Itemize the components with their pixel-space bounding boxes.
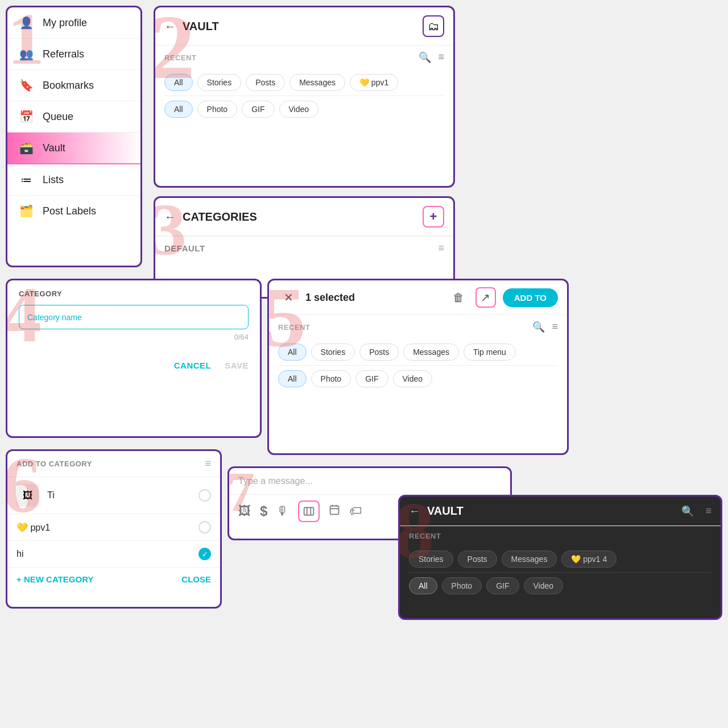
selected-sort-icon[interactable]: ≡ xyxy=(552,321,558,333)
sidebar-item-referrals[interactable]: 👥 Referrals xyxy=(7,39,140,70)
char-count: 0/64 xyxy=(19,333,249,341)
vault-dark-search-icon[interactable]: 🔍 xyxy=(681,505,694,518)
add-to-button[interactable]: ADD TO xyxy=(503,288,558,307)
vault-filter-bar: RECENT 🔍 ≡ xyxy=(155,46,453,69)
selected-search-icon[interactable]: 🔍 xyxy=(532,321,545,333)
category-input-panel: 4 CATEGORY 0/64 CANCEL SAVE xyxy=(6,279,262,438)
calendar-toolbar-icon[interactable] xyxy=(329,504,340,519)
vault-dark-filter-label: RECENT xyxy=(409,532,712,540)
category-list: 🖼 Ti 💛 ppv1 hi ✓ xyxy=(7,477,220,568)
sidebar-item-lists[interactable]: ≔ Lists xyxy=(7,164,140,196)
move-button[interactable]: ↗ xyxy=(475,287,496,308)
cat-radio-ppv1 xyxy=(198,521,211,533)
chip-stories[interactable]: Stories xyxy=(409,551,453,568)
category-item-ppv1[interactable]: 💛 ppv1 xyxy=(7,514,220,541)
vault-dark-title: VAULT xyxy=(427,504,675,518)
chip-all[interactable]: All xyxy=(278,344,307,361)
vault-filter-label: RECENT xyxy=(164,53,414,62)
new-category-label[interactable]: + NEW CATEGORY xyxy=(16,574,93,584)
sidebar-item-my-profile[interactable]: 👤 My profile xyxy=(7,7,140,39)
sidebar-item-bookmarks[interactable]: 🔖 Bookmarks xyxy=(7,70,140,101)
chip-messages[interactable]: Messages xyxy=(502,551,557,568)
chip-gif[interactable]: GIF xyxy=(355,370,388,387)
dollar-toolbar-icon[interactable]: $ xyxy=(260,503,267,519)
sidebar-item-queue[interactable]: 📅 Queue xyxy=(7,101,140,133)
chip-video[interactable]: Video xyxy=(393,370,433,387)
post-labels-icon: 🗂️ xyxy=(19,204,34,218)
chip-gif[interactable]: GIF xyxy=(242,101,274,118)
vault-folder-button[interactable]: 🗂 xyxy=(423,15,444,37)
sort-icon[interactable]: ≡ xyxy=(438,51,444,64)
selected-panel: 5 ✕ 1 selected 🗑 ↗ ADD TO RECENT 🔍 ≡ All… xyxy=(267,279,569,455)
tag-toolbar-icon[interactable]: 🏷 xyxy=(349,504,362,519)
cat-label-hi: hi xyxy=(16,549,191,559)
category-name-input[interactable] xyxy=(19,305,249,329)
sidebar-item-post-labels[interactable]: 🗂️ Post Labels xyxy=(7,196,140,226)
vault-dark-filter-bar: RECENT xyxy=(400,526,721,546)
vault-dark-back-button[interactable]: ← xyxy=(409,504,420,518)
vault-filter-icons: 🔍 ≡ xyxy=(419,51,444,64)
my-profile-label: My profile xyxy=(43,17,87,29)
category-action-row: CANCEL SAVE xyxy=(7,355,260,376)
delete-button[interactable]: 🗑 xyxy=(448,287,469,308)
sidebar-item-vault[interactable]: 🗃️ Vault xyxy=(7,133,140,164)
referrals-icon: 👥 xyxy=(19,47,34,61)
chip-photo[interactable]: Photo xyxy=(197,101,238,118)
selected-filter-label: RECENT xyxy=(278,323,528,332)
image-toolbar-icon[interactable]: 🖼 xyxy=(238,504,251,519)
queue-icon: 📅 xyxy=(19,109,34,124)
mic-toolbar-icon[interactable]: 🎙 xyxy=(276,504,289,519)
vault-icon: 🗃️ xyxy=(19,140,34,155)
chip-stories[interactable]: Stories xyxy=(311,344,355,361)
vault-type-chips: AllStoriesPostsMessages💛 ppv1 xyxy=(155,69,453,96)
add-category-title: ADD TO CATEGORY xyxy=(16,460,205,468)
cancel-button[interactable]: CANCEL xyxy=(174,361,212,370)
chip-tipmenu[interactable]: Tip menu xyxy=(464,344,516,361)
chip-photo[interactable]: Photo xyxy=(442,577,482,594)
vault-dark-sort-icon[interactable]: ≡ xyxy=(705,505,712,517)
selected-header: ✕ 1 selected 🗑 ↗ ADD TO xyxy=(269,280,567,315)
chip-posts[interactable]: Posts xyxy=(246,74,285,91)
deselect-button[interactable]: ✕ xyxy=(278,287,299,308)
vault-toolbar-icon[interactable] xyxy=(298,500,320,522)
chip-ppv1[interactable]: 💛 ppv1 xyxy=(350,74,398,91)
chip-photo[interactable]: Photo xyxy=(311,370,351,387)
sidebar-menu: 1 👤 My profile 👥 Referrals 🔖 Bookmarks 📅… xyxy=(6,6,142,267)
message-input-area[interactable]: Type a message... xyxy=(229,468,510,495)
vault-dark-header: ← VAULT 🔍 ≡ xyxy=(400,497,721,526)
message-placeholder: Type a message... xyxy=(238,476,313,486)
chip-all[interactable]: All xyxy=(164,101,193,118)
post-labels-label: Post Labels xyxy=(43,205,96,217)
chip-messages[interactable]: Messages xyxy=(289,74,345,91)
chip-posts[interactable]: Posts xyxy=(359,344,399,361)
vault-media-chips: AllPhotoGIFVideo xyxy=(155,96,453,122)
chip-video[interactable]: Video xyxy=(524,577,564,594)
vault-title: VAULT xyxy=(183,20,416,33)
chip-all[interactable]: All xyxy=(409,577,437,594)
chip-posts[interactable]: Posts xyxy=(458,551,497,568)
chip-gif[interactable]: GIF xyxy=(486,577,519,594)
vault-back-button[interactable]: ← xyxy=(164,20,176,33)
category-item-ti[interactable]: 🖼 Ti xyxy=(7,477,220,514)
chip-ppv1[interactable]: 💛 ppv1 4 xyxy=(561,551,617,568)
chip-all[interactable]: All xyxy=(278,370,307,387)
category-sort-icon: ≡ xyxy=(438,242,444,254)
chip-all[interactable]: All xyxy=(164,74,193,91)
chip-video[interactable]: Video xyxy=(279,101,319,118)
categories-back-button[interactable]: ← xyxy=(164,210,176,224)
chip-messages[interactable]: Messages xyxy=(403,344,459,361)
selected-type-chips: AllStoriesPostsMessagesTip menu xyxy=(269,339,567,365)
default-category-row[interactable]: DEFAULT ≡ xyxy=(155,236,453,260)
search-icon[interactable]: 🔍 xyxy=(419,51,431,64)
chip-stories[interactable]: Stories xyxy=(197,74,242,91)
cat-thumb-ti: 🖼 xyxy=(16,484,39,507)
save-button[interactable]: SAVE xyxy=(225,361,249,370)
category-section-label: CATEGORY xyxy=(19,289,249,298)
close-button[interactable]: CLOSE xyxy=(181,574,211,584)
vault-panel: 2 ← VAULT 🗂 RECENT 🔍 ≡ AllStoriesPostsMe… xyxy=(154,6,455,188)
new-category-row[interactable]: + NEW CATEGORY CLOSE xyxy=(7,568,220,591)
bookmarks-icon: 🔖 xyxy=(19,78,34,93)
categories-header: ← CATEGORIES + xyxy=(155,198,453,236)
add-category-button[interactable]: + xyxy=(423,206,444,228)
category-item-hi[interactable]: hi ✓ xyxy=(7,541,220,568)
